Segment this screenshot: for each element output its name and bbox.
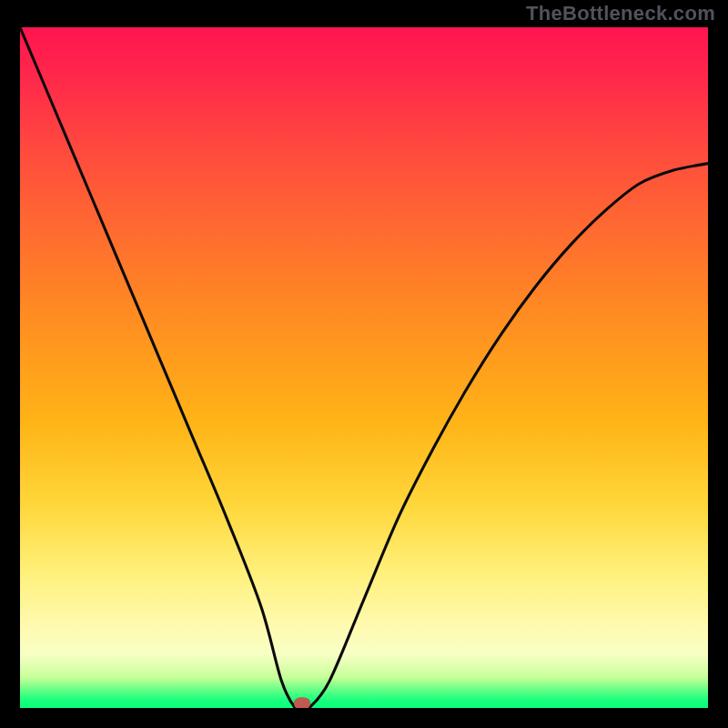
watermark-label: TheBottleneck.com	[526, 2, 715, 25]
optimal-point-marker	[294, 698, 310, 709]
plot-area	[20, 27, 708, 708]
bottleneck-curve	[20, 27, 708, 708]
chart-frame: TheBottleneck.com	[0, 0, 728, 728]
curve-path	[20, 27, 708, 708]
